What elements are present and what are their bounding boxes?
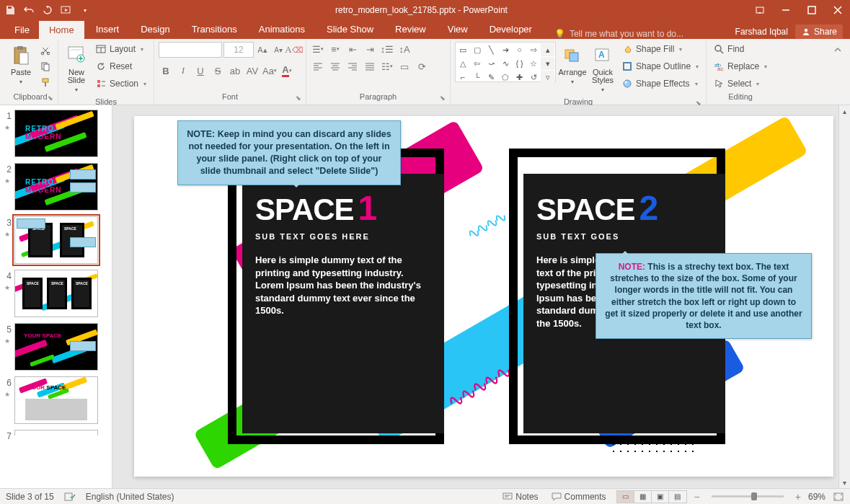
qat-dropdown-icon[interactable]: ▾ [79,4,91,16]
slide-thumbnail-panel[interactable]: 1★ RETROMODERN 2★ RETROMODERN 3★ [0,105,112,488]
zoom-slider[interactable] [712,495,784,498]
underline-button[interactable]: U [193,63,208,78]
shadow-button[interactable]: ab [228,63,242,78]
shape-fill-button[interactable]: Shape Fill▾ [619,42,701,56]
char-spacing-button[interactable]: AV [245,63,260,78]
strikethrough-button[interactable]: S [211,63,225,78]
thumbnail-5[interactable]: 5★ YOUR SPACE [3,323,109,371]
tab-design[interactable]: Design [130,19,180,39]
reset-button[interactable]: Reset [93,59,149,74]
zoom-in-button[interactable]: + [795,491,801,503]
layout-button[interactable]: Layout▾ [93,42,149,56]
thumbnail-6[interactable]: 6★ YOUR SPACE [3,376,109,424]
redo-icon[interactable] [42,4,53,16]
arrange-button[interactable]: Arrange ▾ [559,42,586,88]
clear-formatting-icon[interactable]: A⌫ [287,43,301,57]
language-status[interactable]: English (United States) [86,492,174,502]
reading-view-button[interactable]: ▣ [652,491,669,503]
justify-button[interactable] [363,59,377,74]
tab-transitions[interactable]: Transitions [181,19,248,39]
italic-button[interactable]: I [176,63,190,78]
new-slide-button[interactable]: New Slide ▾ [63,42,90,96]
replace-button[interactable]: abacReplace▾ [711,59,770,74]
maximize-icon[interactable] [804,2,820,18]
paste-button[interactable]: Paste ▾ [7,42,35,88]
share-button[interactable]: Share [795,25,843,39]
numbering-button[interactable]: ≡▾ [328,42,342,56]
comments-button[interactable]: Comments [549,492,609,502]
tab-insert[interactable]: Insert [85,19,130,39]
slideshow-view-button[interactable]: ▤ [669,491,686,503]
close-icon[interactable] [830,2,846,18]
dialog-launcher-icon[interactable]: ⬊ [48,94,53,102]
smartart-button[interactable]: ⟳ [415,59,429,74]
tab-review[interactable]: Review [384,19,437,39]
cut-button[interactable] [37,44,53,57]
text-panel-1[interactable]: SPACE1 SUB TEXT GOES HERE Here is simple… [242,174,444,433]
align-center-button[interactable] [328,59,342,74]
line-spacing-button[interactable]: ↕☰ [380,42,394,56]
fit-to-window-button[interactable] [833,492,844,502]
quick-styles-button[interactable]: A Quick Styles ▾ [589,42,616,96]
tab-slideshow[interactable]: Slide Show [316,19,384,39]
undo-icon[interactable] [23,4,35,16]
bold-button[interactable]: B [159,63,173,78]
thumbnail-3[interactable]: 3★ SPACE SPACE [3,216,109,264]
collapse-ribbon-icon[interactable] [833,40,847,105]
shapes-gallery[interactable]: ▭ ▢ ╲ ➔ ○ ⇨ ▴ △ ⇦ ⤻ ∿ { } ☆ ▾ ⌐ └ ✎ ⬠ ✚ … [455,42,556,82]
tab-developer[interactable]: Developer [479,19,543,39]
tab-view[interactable]: View [437,19,479,39]
increase-font-icon[interactable]: A▴ [255,43,270,57]
copy-button[interactable] [37,60,53,73]
align-text-button[interactable]: ▭ [397,59,412,74]
minimize-icon[interactable] [778,2,794,18]
normal-view-button[interactable]: ▭ [617,491,634,503]
slide-canvas[interactable]: ∿∿∿∿∿∿∿∿∿ SPACE1 SUB TEXT GOES HERE Here… [134,116,833,477]
ribbon-options-icon[interactable] [752,2,768,18]
change-case-button[interactable]: Aa▾ [262,63,277,78]
section-button[interactable]: Section▾ [93,76,149,91]
sorter-view-button[interactable]: ▦ [634,491,652,503]
format-painter-button[interactable] [37,76,53,89]
decrease-indent-button[interactable]: ⇤ [345,42,360,56]
slide-counter[interactable]: Slide 3 of 15 [6,492,54,502]
callout-top[interactable]: NOTE: Keep in mind you can discard any s… [177,120,401,185]
thumbnail-4[interactable]: 4★ SPACE SPACE SPACE [3,270,109,317]
zoom-percent[interactable]: 69% [808,492,825,502]
dialog-launcher-icon[interactable]: ⬊ [440,94,446,102]
font-size-combo[interactable]: 12 [223,42,254,58]
font-color-button[interactable]: A▾ [280,63,294,78]
text-direction-button[interactable]: ↕A [397,42,412,56]
tab-home[interactable]: Home [38,20,85,39]
align-right-button[interactable] [345,59,360,74]
increase-indent-button[interactable]: ⇥ [363,42,377,56]
gallery-more-icon[interactable]: ▿ [541,71,554,84]
thumbnail-1[interactable]: 1★ RETROMODERN [3,110,109,157]
user-name[interactable]: Farshad Iqbal [735,27,788,37]
align-left-button[interactable] [311,59,325,74]
scroll-up-icon[interactable]: ▴ [839,105,850,117]
vertical-scrollbar[interactable]: ▴ ▾ [838,105,850,488]
select-button[interactable]: Select▾ [711,76,770,91]
shape-outline-button[interactable]: Shape Outline▾ [619,59,701,74]
save-icon[interactable] [4,4,16,16]
callout-right[interactable]: NOTE: This is a strechy text box. The te… [596,253,812,339]
tab-animations[interactable]: Animations [248,19,316,39]
columns-button[interactable]: ☷▾ [380,59,394,74]
gallery-down-icon[interactable]: ▾ [541,57,554,70]
scroll-down-icon[interactable]: ▾ [839,477,850,488]
font-family-combo[interactable] [159,42,222,58]
spell-check-icon[interactable] [64,492,76,502]
notes-button[interactable]: Notes [500,492,541,502]
tell-me-search[interactable]: 💡 Tell me what you want to do... [547,29,691,39]
dialog-launcher-icon[interactable]: ⬊ [296,94,301,102]
thumbnail-2[interactable]: 2★ RETROMODERN [3,163,109,211]
thumbnail-7[interactable]: 7 [3,430,109,441]
start-from-beginning-icon[interactable] [61,4,72,16]
slide-canvas-area[interactable]: ∿∿∿∿∿∿∿∿∿ SPACE1 SUB TEXT GOES HERE Here… [112,105,850,488]
decrease-font-icon[interactable]: A▾ [271,43,285,57]
shape-effects-button[interactable]: Shape Effects▾ [619,76,701,91]
gallery-up-icon[interactable]: ▴ [541,43,554,56]
find-button[interactable]: Find [711,42,770,56]
zoom-out-button[interactable]: − [694,491,700,503]
